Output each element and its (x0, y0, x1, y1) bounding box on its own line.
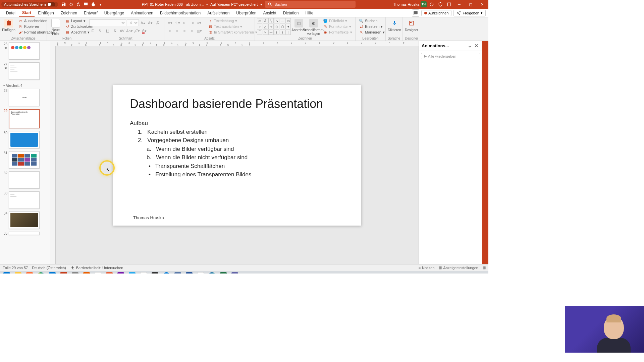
italic-button[interactable]: K (97, 27, 103, 34)
user-name[interactable]: Thomas Hruska (393, 2, 419, 6)
align-center-icon[interactable]: ≡ (174, 27, 180, 34)
display-settings[interactable]: ▦ Anzeigeeinstellungen (438, 265, 478, 270)
app-icon-4[interactable]: ◫ (138, 271, 149, 274)
thumbnail-28[interactable]: 28 Ende (3, 89, 47, 106)
shape-arrow2-icon[interactable]: ⇨ (268, 24, 274, 29)
share-button[interactable]: Freigeben ▾ (453, 10, 486, 16)
maximize-button[interactable]: ▢ (466, 0, 476, 9)
indent-inc-icon[interactable]: ⇥ (189, 19, 195, 26)
slide-canvas[interactable]: Dashboard basierende Präsentation Aufbau… (56, 46, 419, 264)
columns-icon[interactable]: ▥▾ (196, 27, 203, 34)
tab-design[interactable]: Entwurf (80, 9, 101, 17)
thumbnail-31[interactable]: 31 (3, 151, 47, 169)
qat-dropdown-icon[interactable]: ▾ (97, 1, 104, 8)
tab-insert[interactable]: Einfügen (35, 9, 57, 17)
clear-format-icon[interactable]: A̸ (154, 19, 161, 26)
tab-view[interactable]: Ansicht (260, 9, 279, 17)
tab-record[interactable]: Aufzeichnen (204, 9, 233, 17)
numbering-icon[interactable]: ⒈▾ (174, 19, 180, 26)
app-icon-3[interactable]: ◉ (104, 271, 115, 274)
thumbnail-29[interactable]: 29 Dashboard basierende Präsentation (3, 109, 47, 128)
shape-hex-icon[interactable]: ⬡ (280, 24, 285, 29)
touch-mode-icon[interactable] (90, 1, 97, 8)
shape-rect2-icon[interactable]: ▭ (285, 18, 291, 23)
tab-review[interactable]: Überprüfen (233, 9, 260, 17)
new-slide-button[interactable]: Neue Folie (49, 18, 62, 36)
app-icon-2[interactable]: ▦ (93, 271, 103, 274)
section-header-4[interactable]: Abschnitt 4 (3, 82, 47, 89)
shape-arrow-icon[interactable]: ↘ (274, 18, 279, 23)
slide-title[interactable]: Dashboard basierende Präsentation (130, 97, 344, 111)
thumbnail-34[interactable]: 34 (3, 212, 47, 229)
shape-free-icon[interactable]: 〰 (268, 29, 274, 35)
font-size-select[interactable]: 48 (127, 19, 139, 26)
thumbnail-26[interactable]: 26★ (3, 42, 47, 60)
shadow-button[interactable]: AV (119, 27, 125, 34)
anim-collapse-icon[interactable]: ⌄ (466, 43, 473, 49)
view-normal-icon[interactable]: ▦ (482, 265, 486, 270)
smartart-convert-button[interactable]: ◫In SmartArt konvertieren ▾ (207, 29, 259, 35)
outlook-icon[interactable]: O (47, 271, 58, 274)
shape-fill-button[interactable]: 🪣Fülleffekt ▾ (322, 18, 354, 23)
record-app-icon[interactable]: ● (161, 271, 172, 274)
user-avatar[interactable]: TH (421, 1, 427, 7)
replace-button[interactable]: ⇄Ersetzen ▾ (358, 24, 386, 29)
thumbnail-27[interactable]: 27★ ━━━━━━━━━━━━━━━━━━━━━ (3, 62, 47, 80)
language-indicator[interactable]: Deutsch (Österreich) (32, 266, 66, 270)
find-button[interactable]: 🔍Suchen (358, 18, 386, 23)
edge-icon[interactable] (207, 271, 217, 274)
app-icon-5[interactable]: ◐ (172, 271, 183, 274)
shape-line2-icon[interactable]: ─ (280, 18, 285, 23)
shrink-font-icon[interactable]: A▾ (147, 19, 154, 26)
thumbnail-35[interactable]: 35 (3, 232, 47, 235)
align-text-button[interactable]: ⊟Text ausrichten ▾ (207, 24, 259, 29)
telegram-icon[interactable]: ✈ (127, 271, 138, 274)
shape-brace-icon[interactable]: { (274, 29, 279, 35)
designer-button[interactable]: Designer (405, 18, 419, 33)
vertical-ruler[interactable] (50, 46, 56, 264)
horizontal-ruler[interactable]: 16 15 14 13 12 11 10 9 8 7 6 5 4 3 2 1 0… (50, 41, 419, 46)
shape-expand-icon[interactable]: ⋮ (285, 29, 291, 35)
select-button[interactable]: ↖Markieren ▾ (358, 29, 386, 35)
tab-slideshow[interactable]: Bildschirmpräsentation (157, 9, 204, 17)
undo-icon[interactable] (67, 1, 75, 8)
app-icon-6[interactable]: ◫ (195, 271, 206, 274)
teams-icon[interactable]: T (229, 271, 240, 274)
shape-conn-icon[interactable]: ⤷ (263, 29, 268, 35)
accessibility-check[interactable]: Barrierefreiheit: Untersuchen (70, 265, 123, 270)
thumbnail-30[interactable]: 30 (3, 131, 47, 148)
tab-home[interactable]: Start (19, 9, 35, 17)
slide-content[interactable]: Aufbau 1. Kacheln selbst erstellen 2. Vo… (130, 119, 344, 179)
shape-more-icon[interactable]: ▾ (285, 24, 291, 29)
tab-dictation[interactable]: Dictation (280, 9, 302, 17)
word-icon[interactable]: W (184, 271, 195, 274)
autosave-control[interactable]: Automatisches Speichern (1, 2, 58, 7)
app-icon-1[interactable]: ◐ (70, 271, 80, 274)
close-button[interactable]: ✕ (477, 0, 487, 9)
char-spacing-icon[interactable]: Aa▾ (126, 27, 133, 34)
privacy-icon[interactable] (437, 1, 444, 8)
align-justify-icon[interactable]: ≡ (189, 27, 195, 34)
current-slide[interactable]: Dashboard basierende Präsentation Aufbau… (113, 85, 361, 226)
bold-button[interactable]: F (89, 27, 96, 34)
line-spacing-icon[interactable]: ≡▾ (196, 19, 203, 26)
slideshow-start-icon[interactable] (82, 1, 90, 8)
record-button[interactable]: Aufzeichnen (421, 10, 452, 16)
obs-icon[interactable]: ◉ (150, 271, 160, 274)
tab-draw[interactable]: Zeichnen (57, 9, 80, 17)
comments-icon[interactable] (412, 9, 419, 17)
align-right-icon[interactable]: ≡ (181, 27, 188, 34)
tab-transitions[interactable]: Übergänge (101, 9, 127, 17)
coming-soon-icon[interactable] (428, 1, 435, 8)
tab-file[interactable]: Datei (3, 9, 19, 17)
powerpoint-icon[interactable]: P (58, 271, 69, 274)
shape-oval-icon[interactable]: ○ (257, 24, 262, 29)
document-title[interactable]: PPT 01 Roter Faden 006 - ab Zoom... (142, 2, 204, 6)
shapes-gallery[interactable]: ▭ A ╲ ↘ ─ ▭ ○ △ ⇨ ◇ ⬡ ▾ ⌒ ⤷ 〰 { } ⋮ (257, 18, 291, 35)
shape-brace2-icon[interactable]: } (280, 29, 285, 35)
shape-rect-icon[interactable]: ▭ (257, 18, 262, 23)
notes-toggle[interactable]: ≡ Notizen (419, 266, 435, 270)
font-color-icon[interactable]: A▾ (141, 27, 148, 34)
thumbnail-33[interactable]: 33 ━━━━━━━━━━ (3, 191, 47, 209)
shape-text-icon[interactable]: A (263, 18, 268, 23)
